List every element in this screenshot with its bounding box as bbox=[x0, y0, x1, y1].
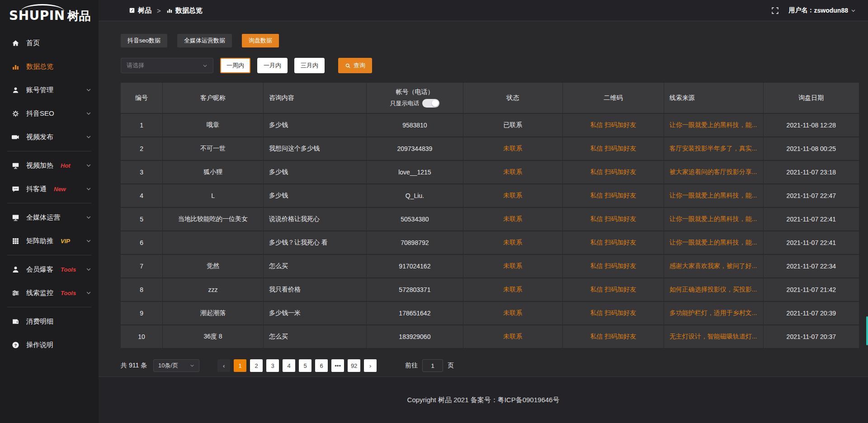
cell-nickname: 觉然 bbox=[163, 255, 264, 277]
chart-icon bbox=[166, 7, 173, 14]
breadcrumb-item[interactable]: 树品 bbox=[138, 6, 151, 15]
cell-source[interactable]: 被大家追着问的客厅投影分享... bbox=[664, 161, 764, 183]
sidebar-item-10[interactable]: 会员爆客Tools bbox=[0, 258, 99, 281]
topbar: 树品>数据总览 用户名：zswodun88 bbox=[99, 0, 868, 21]
cell-date: 2021-11-07 20:39 bbox=[764, 302, 859, 324]
cell-content: 多少钱一米 bbox=[264, 302, 367, 324]
cell-date: 2021-11-08 12:28 bbox=[764, 114, 859, 136]
username-value: zswodun88 bbox=[814, 7, 848, 14]
column-header-status: 状态 bbox=[463, 83, 563, 113]
cell-id: 9 bbox=[121, 302, 163, 324]
cell-status: 未联系 bbox=[463, 255, 563, 277]
sidebar-item-12[interactable]: 消费明细 bbox=[0, 310, 99, 333]
cell-qrcode[interactable]: 私信 扫码加好友 bbox=[563, 278, 664, 301]
prev-page-button[interactable]: ‹ bbox=[217, 359, 230, 372]
cell-qrcode[interactable]: 私信 扫码加好友 bbox=[563, 161, 664, 183]
quick-range-group: 一周内一月内三月内 bbox=[213, 58, 325, 73]
page-ellipsis-button[interactable]: ••• bbox=[331, 359, 344, 372]
sidebar-item-1[interactable]: 首页 bbox=[0, 31, 99, 55]
page-button-6[interactable]: 6 bbox=[315, 359, 328, 372]
cell-date: 2021-11-07 20:37 bbox=[764, 325, 859, 348]
breadcrumb: 树品>数据总览 bbox=[129, 6, 203, 15]
tab-3[interactable]: 询盘数据 bbox=[242, 34, 279, 47]
page-button-5[interactable]: 5 bbox=[299, 359, 311, 372]
cell-content: 多少钱 bbox=[264, 184, 367, 207]
range-button-3[interactable]: 三月内 bbox=[294, 58, 325, 73]
cell-content: 我只看价格 bbox=[264, 278, 367, 301]
gear-icon bbox=[12, 110, 19, 118]
cell-source[interactable]: 让你一眼就爱上的黑科技，能... bbox=[664, 114, 764, 136]
cell-id: 4 bbox=[121, 184, 163, 207]
breadcrumb-item[interactable]: 数据总览 bbox=[175, 6, 203, 15]
column-header-label: 二维码 bbox=[604, 94, 623, 102]
sidebar-item-5[interactable]: 视频发布 bbox=[0, 125, 99, 149]
cell-source[interactable]: 让你一眼就爱上的黑科技，能... bbox=[664, 184, 764, 207]
sidebar-item-label: 首页 bbox=[26, 39, 40, 47]
sidebar-item-3[interactable]: 账号管理 bbox=[0, 78, 99, 102]
range-button-1[interactable]: 一周内 bbox=[220, 58, 250, 73]
sidebar-item-2[interactable]: 数据总览 bbox=[0, 55, 99, 78]
cell-account: 70898792 bbox=[367, 231, 463, 254]
page-button-3[interactable]: 3 bbox=[266, 359, 279, 372]
query-button-label: 查询 bbox=[354, 61, 365, 70]
tab-2[interactable]: 全媒体运营数据 bbox=[177, 34, 232, 47]
table-row: 1哦章多少钱9583810已联系私信 扫码加好友让你一眼就爱上的黑科技，能...… bbox=[121, 113, 859, 136]
account-select[interactable]: 请选择 bbox=[121, 58, 213, 73]
page-button-1[interactable]: 1 bbox=[234, 359, 246, 372]
cell-source[interactable]: 客厅安装投影半年多了，真实... bbox=[664, 137, 764, 160]
column-header-qrcode: 二维码 bbox=[563, 83, 664, 113]
sidebar-item-6[interactable]: 视频加热Hot bbox=[0, 154, 99, 177]
sidebar-item-9[interactable]: 矩阵助推VIP bbox=[0, 229, 99, 253]
page-button-92[interactable]: 92 bbox=[348, 359, 360, 372]
cell-qrcode[interactable]: 私信 扫码加好友 bbox=[563, 325, 664, 348]
range-button-2[interactable]: 一月内 bbox=[257, 58, 288, 73]
phone-only-switch[interactable] bbox=[422, 99, 439, 108]
cell-source[interactable]: 感谢大家喜欢我家，被问了好... bbox=[664, 255, 764, 277]
sidebar-item-label: 会员爆客 bbox=[26, 265, 53, 274]
table-row: 3狐小狸多少钱love__1215未联系私信 扫码加好友被大家追着问的客厅投影分… bbox=[121, 160, 859, 183]
cell-qrcode[interactable]: 私信 扫码加好友 bbox=[563, 231, 664, 254]
scrollbar-thumb[interactable] bbox=[866, 316, 868, 345]
switch-knob bbox=[432, 100, 439, 107]
cell-qrcode[interactable]: 私信 扫码加好友 bbox=[563, 302, 664, 324]
cell-qrcode[interactable]: 私信 扫码加好友 bbox=[563, 137, 664, 160]
column-header-id: 编号 bbox=[121, 83, 163, 113]
fullscreen-icon[interactable] bbox=[771, 7, 779, 14]
cell-source[interactable]: 让你一眼就爱上的黑科技，能... bbox=[664, 208, 764, 230]
sidebar-item-11[interactable]: 线索监控Tools bbox=[0, 281, 99, 305]
cell-source[interactable]: 无主灯设计，智能磁吸轨道灯... bbox=[664, 325, 764, 348]
cell-qrcode[interactable]: 私信 扫码加好友 bbox=[563, 114, 664, 136]
page-button-2[interactable]: 2 bbox=[250, 359, 263, 372]
page-size-select[interactable]: 10条/页 bbox=[153, 359, 199, 372]
sidebar-item-7[interactable]: 抖客通New bbox=[0, 177, 99, 201]
column-header-source: 线索来源 bbox=[664, 83, 764, 113]
sidebar-item-4[interactable]: 抖音SEO bbox=[0, 102, 99, 125]
cell-qrcode[interactable]: 私信 扫码加好友 bbox=[563, 255, 664, 277]
cell-source[interactable]: 多功能护栏灯，适用于乡村文... bbox=[664, 302, 764, 324]
table-row: 9潮起潮落多少钱一米178651642未联系私信 扫码加好友多功能护栏灯，适用于… bbox=[121, 301, 859, 324]
cell-account: 178651642 bbox=[367, 302, 463, 324]
table-row: 8zzz我只看价格572803371未联系私信 扫码加好友如何正确选择投影仪，买… bbox=[121, 277, 859, 301]
page-button-4[interactable]: 4 bbox=[283, 359, 295, 372]
sidebar-item-label: 线索监控 bbox=[26, 289, 53, 297]
grid-icon bbox=[12, 237, 19, 245]
user-menu[interactable]: 用户名：zswodun88 bbox=[789, 6, 856, 14]
sidebar-item-13[interactable]: ?操作说明 bbox=[0, 333, 99, 357]
cell-qrcode[interactable]: 私信 扫码加好友 bbox=[563, 184, 664, 207]
copyright-text: Copyright 树品 2021 备案号：粤ICP备09019646号 bbox=[407, 396, 560, 404]
column-header-nickname: 客户昵称 bbox=[163, 83, 264, 113]
tab-1[interactable]: 抖音seo数据 bbox=[121, 34, 167, 47]
goto-page-input[interactable] bbox=[422, 359, 443, 372]
cell-source[interactable]: 让你一眼就爱上的黑科技，能... bbox=[664, 231, 764, 254]
cell-account: 917024162 bbox=[367, 255, 463, 277]
next-page-button[interactable]: › bbox=[364, 359, 377, 372]
chat-icon bbox=[12, 185, 19, 193]
cell-content: 说说价格让我死心 bbox=[264, 208, 367, 230]
cell-source[interactable]: 如何正确选择投影仪，买投影... bbox=[664, 278, 764, 301]
phone-only-toggle-row: 只显示电话 bbox=[390, 99, 439, 108]
query-button[interactable]: 查询 bbox=[338, 58, 372, 73]
cell-qrcode[interactable]: 私信 扫码加好友 bbox=[563, 208, 664, 230]
sidebar-item-8[interactable]: 全媒体运营 bbox=[0, 206, 99, 229]
table-body: 1哦章多少钱9583810已联系私信 扫码加好友让你一眼就爱上的黑科技，能...… bbox=[121, 113, 859, 348]
cell-id: 10 bbox=[121, 325, 163, 348]
